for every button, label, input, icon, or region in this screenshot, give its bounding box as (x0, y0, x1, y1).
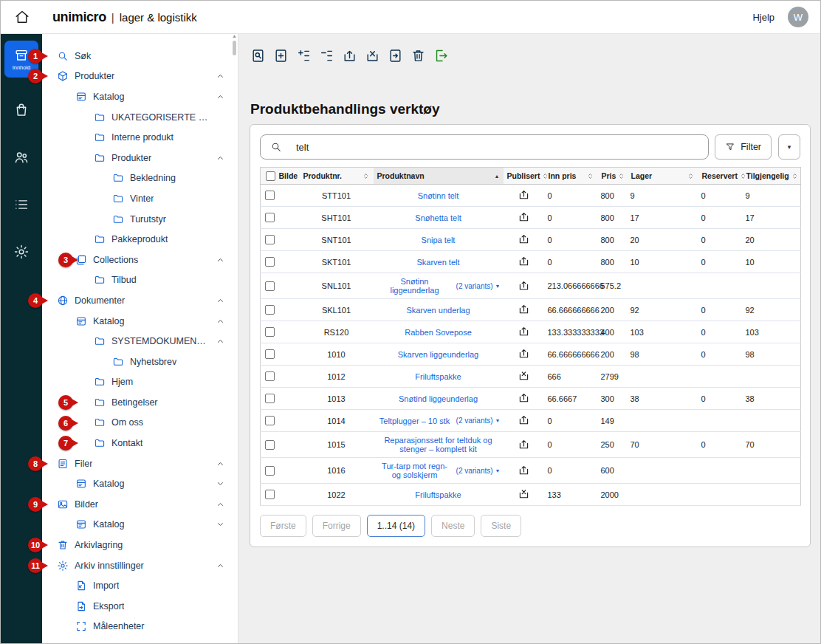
product-name-link[interactable]: Snøtinn telt (377, 191, 501, 200)
row-checkbox[interactable] (265, 416, 275, 425)
column-header-produktnr[interactable]: Produktnr. (300, 168, 374, 185)
nav-item-eksport[interactable]: Eksport (42, 596, 238, 617)
column-header-lager[interactable]: Lager (628, 168, 698, 185)
rail-item-gear[interactable] (1, 244, 42, 260)
row-checkbox[interactable] (265, 257, 275, 267)
sort-icon[interactable] (586, 172, 594, 180)
nav-item-hjem[interactable]: Hjem (42, 372, 238, 393)
row-checkbox[interactable] (265, 490, 275, 499)
document-add-button[interactable] (271, 47, 290, 64)
nav-item-produkter[interactable]: Produkter (42, 148, 238, 168)
page-button-første[interactable]: Første (260, 515, 306, 537)
chevron-up-icon[interactable] (216, 316, 225, 326)
product-name-link[interactable]: Friluftspakke (377, 490, 501, 499)
nav-item-collections[interactable]: Collections (42, 250, 238, 270)
select-all-checkbox[interactable] (266, 171, 275, 181)
nav-item-vinter[interactable]: Vinter (42, 188, 238, 209)
product-name-link[interactable]: Tur-tarp mot regn- og solskjerm (377, 462, 453, 479)
row-checkbox[interactable] (265, 466, 275, 476)
delete-button[interactable] (408, 47, 427, 64)
row-checkbox[interactable] (265, 191, 275, 200)
tree-add-button[interactable] (294, 47, 313, 64)
published-icon[interactable] (518, 255, 530, 267)
row-checkbox[interactable] (265, 235, 275, 244)
nav-item-import[interactable]: Import (42, 575, 238, 596)
rail-item-users[interactable] (1, 149, 42, 165)
chevron-up-icon[interactable] (216, 561, 225, 570)
page-button-1-14-14[interactable]: 1..14 (14) (367, 515, 425, 537)
product-name-link[interactable]: Skarven liggeunderlag (377, 350, 501, 359)
published-icon[interactable] (518, 438, 530, 451)
page-button-neste[interactable]: Neste (431, 515, 475, 537)
scroll-up-icon[interactable]: ▲ (232, 33, 237, 38)
user-avatar[interactable]: W (788, 7, 808, 27)
nav-item-arkiv-innstillinger[interactable]: Arkiv innstillinger (42, 555, 238, 576)
product-name-link[interactable]: Rabben Sovepose (377, 328, 501, 337)
product-name-link[interactable]: Reparasjonssett for teltduk og stenger –… (377, 436, 501, 453)
nav-item-katalog[interactable]: Katalog (42, 86, 238, 107)
tree-remove-button[interactable] (317, 47, 336, 64)
nav-item-katalog[interactable]: Katalog (42, 515, 238, 535)
row-checkbox[interactable] (265, 327, 275, 337)
nav-item-filer[interactable]: Filer (42, 453, 238, 474)
nav-item-ukategoriserte-produkt[interactable]: UKATEGORISERTE PRODUKT (42, 107, 238, 128)
published-icon[interactable] (518, 188, 530, 201)
nav-item-betingelser[interactable]: Betingelser (42, 392, 238, 413)
page-button-forrige[interactable]: Forrige (312, 515, 361, 537)
nav-item-pakkeprodukt[interactable]: Pakkeprodukt (42, 229, 238, 250)
product-name-link[interactable]: Teltplugger – 10 stk (377, 417, 453, 425)
sort-icon[interactable] (362, 172, 370, 180)
nav-item-måleenheter[interactable]: Måleenheter (42, 617, 238, 637)
row-checkbox[interactable] (265, 349, 275, 359)
product-name-link[interactable]: Snøtinn liggeunderlag (377, 277, 453, 295)
published-icon[interactable] (518, 325, 530, 338)
filter-dropdown-button[interactable]: ▾ (778, 134, 800, 160)
page-button-siste[interactable]: Siste (481, 515, 521, 537)
column-header-publisert[interactable]: Publisert (504, 168, 545, 185)
row-checkbox[interactable] (265, 371, 275, 381)
publish-button[interactable] (340, 47, 359, 64)
sidebar-scrollbar[interactable] (233, 41, 236, 55)
published-icon[interactable] (518, 464, 530, 476)
nav-item-dokumenter[interactable]: Dokumenter (42, 290, 238, 311)
unpublished-icon[interactable] (518, 369, 530, 382)
product-name-link[interactable]: Skarven telt (377, 258, 501, 267)
sort-icon[interactable] (687, 172, 695, 180)
column-header-reservert[interactable]: Reservert (698, 168, 743, 185)
nav-item-katalog[interactable]: Katalog (42, 311, 238, 332)
nav-item-nyhetsbrev[interactable]: Nyhetsbrev (42, 352, 238, 372)
published-icon[interactable] (518, 347, 530, 360)
chevron-up-icon[interactable] (216, 295, 225, 305)
document-search-button[interactable] (248, 47, 267, 64)
nav-item-arkivlagring[interactable]: Arkivlagring (42, 535, 238, 555)
sort-icon[interactable] (791, 172, 799, 180)
home-button[interactable] (14, 9, 30, 25)
nav-item-tilbud[interactable]: Tilbud (42, 270, 238, 291)
nav-item-katalog[interactable]: Katalog (42, 473, 238, 494)
product-name-link[interactable]: Snøhetta telt (377, 213, 501, 222)
product-name-link[interactable]: Friluftspakke (377, 372, 501, 381)
search-input[interactable] (295, 141, 708, 154)
variants-toggle[interactable]: (2 variants)▼ (453, 467, 501, 475)
published-icon[interactable] (518, 233, 530, 245)
nav-item-bekledning[interactable]: Bekledning (42, 168, 238, 189)
chevron-up-icon[interactable] (216, 337, 225, 346)
chevron-up-icon[interactable] (216, 459, 225, 468)
column-header-produktnavn[interactable]: Produktnavn▲ (374, 168, 504, 185)
published-icon[interactable] (518, 391, 530, 404)
published-icon[interactable] (518, 279, 530, 292)
chevron-up-icon[interactable] (216, 72, 225, 81)
nav-item-søk[interactable]: Søk (42, 46, 238, 66)
document-move-button[interactable] (385, 47, 405, 64)
product-search-box[interactable] (260, 134, 709, 160)
filter-button[interactable]: Filter (715, 134, 772, 160)
product-name-link[interactable]: Skarven underlag (377, 306, 501, 315)
column-header-pris[interactable]: Pris (598, 168, 628, 185)
chevron-up-icon[interactable] (216, 255, 225, 264)
unpublished-icon[interactable] (518, 487, 530, 500)
rail-item-content[interactable]: Innhold (4, 41, 38, 78)
chevron-up-icon[interactable] (216, 92, 225, 101)
chevron-up-icon[interactable] (216, 153, 225, 162)
rail-item-shopping-bag[interactable] (1, 102, 42, 118)
exit-button[interactable] (431, 47, 450, 64)
